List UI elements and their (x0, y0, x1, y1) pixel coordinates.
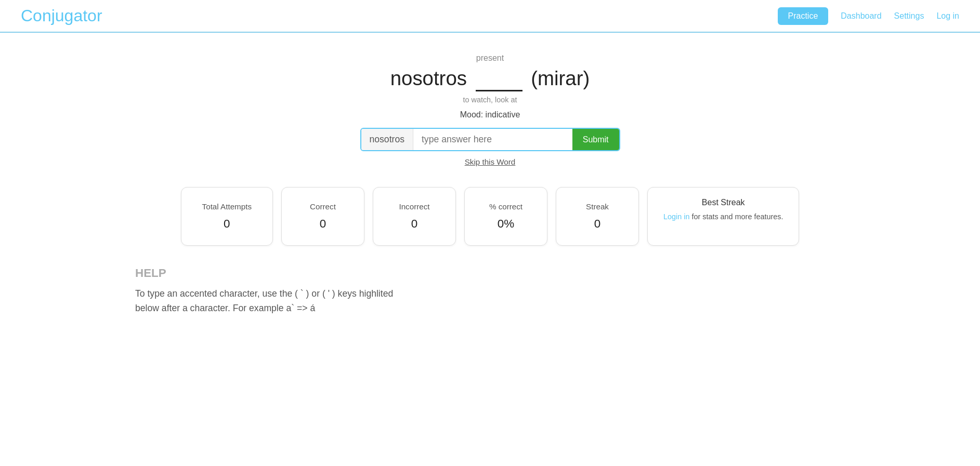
total-attempts-value: 0 (202, 217, 252, 231)
incorrect-label: Incorrect (394, 202, 435, 211)
best-streak-login-link[interactable]: Login in (663, 212, 689, 221)
help-text: To type an accented character, use the (… (135, 286, 561, 315)
best-streak-title: Best Streak (663, 198, 783, 207)
help-line1: To type an accented character, use the (… (135, 288, 393, 299)
conjugation-prompt: nosotros (mirar) (390, 67, 590, 91)
stat-card-percent: % correct 0% (464, 187, 547, 246)
help-title: HELP (135, 267, 561, 280)
percent-correct-value: 0% (486, 217, 526, 231)
meaning-text: to watch, look at (463, 96, 517, 104)
stat-card-total: Total Attempts 0 (181, 187, 273, 246)
streak-label: Streak (577, 202, 618, 211)
correct-label: Correct (303, 202, 343, 211)
mood-label: Mood: indicative (460, 110, 520, 119)
help-section: HELP To type an accented character, use … (114, 267, 582, 315)
stat-card-incorrect: Incorrect 0 (373, 187, 456, 246)
answer-input[interactable] (413, 129, 572, 150)
nav: Practice Dashboard Settings Log in (778, 7, 959, 25)
skip-button[interactable]: Skip this Word (465, 157, 516, 166)
submit-button[interactable]: Submit (572, 129, 619, 150)
stat-card-correct: Correct 0 (281, 187, 364, 246)
correct-value: 0 (303, 217, 343, 231)
percent-correct-label: % correct (486, 202, 526, 211)
header: Conjugator Practice Dashboard Settings L… (0, 0, 980, 33)
input-prefix: nosotros (361, 129, 413, 150)
tense-label: present (476, 54, 504, 63)
subject-text: nosotros (390, 67, 467, 89)
verb-text: (mirar) (531, 67, 590, 89)
best-streak-desc-text: for stats and more features. (689, 212, 783, 221)
best-streak-desc: Login in for stats and more features. (663, 211, 783, 222)
settings-link[interactable]: Settings (894, 11, 924, 21)
dashboard-link[interactable]: Dashboard (841, 11, 881, 21)
best-streak-card: Best Streak Login in for stats and more … (647, 187, 799, 246)
login-link[interactable]: Log in (936, 11, 959, 21)
help-line2: below after a character. For example a` … (135, 303, 315, 313)
stat-card-streak: Streak 0 (556, 187, 639, 246)
practice-button[interactable]: Practice (778, 7, 829, 25)
blank-underline (476, 67, 522, 91)
incorrect-value: 0 (394, 217, 435, 231)
streak-value: 0 (577, 217, 618, 231)
total-attempts-label: Total Attempts (202, 202, 252, 211)
logo: Conjugator (21, 6, 102, 25)
answer-form: nosotros Submit (360, 128, 620, 151)
main-content: present nosotros (mirar) to watch, look … (0, 33, 980, 326)
stats-row: Total Attempts 0 Correct 0 Incorrect 0 %… (178, 187, 802, 246)
